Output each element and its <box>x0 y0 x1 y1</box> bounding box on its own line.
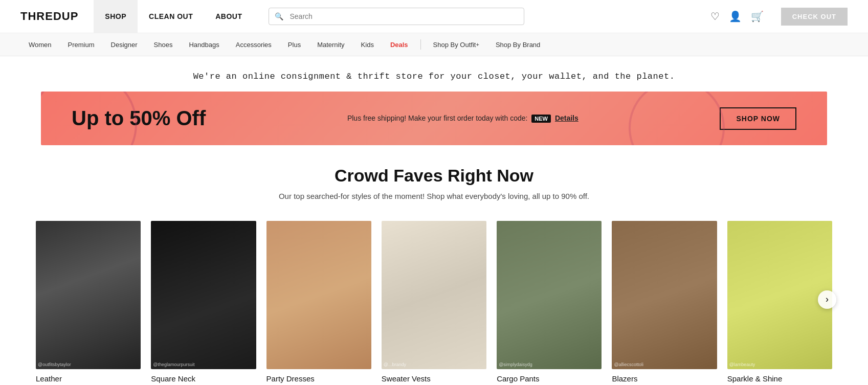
product-label: Blazers <box>612 374 717 385</box>
product-section: @outfitsbytaylorLeather@theglamourpursui… <box>0 211 868 385</box>
crowd-faves-heading: Crowd Faves Right Now <box>41 166 827 186</box>
subnav-premium[interactable]: Premium <box>60 33 103 56</box>
product-image <box>266 221 371 369</box>
banner-cta: SHOP NOW <box>720 107 796 130</box>
subnav-accessories[interactable]: Accessories <box>228 33 280 56</box>
product-item-cargo-pants[interactable]: @simplydaisydgCargo Pants <box>492 221 607 385</box>
account-icon[interactable]: 👤 <box>729 10 742 22</box>
subnav-deals[interactable]: Deals <box>382 33 416 56</box>
checkout-button[interactable]: CHECK OUT <box>781 8 848 26</box>
subnav-divider <box>420 39 421 50</box>
subnav-shop-brand[interactable]: Shop By Brand <box>487 33 548 56</box>
crowd-faves-section: Crowd Faves Right Now Our top searched-f… <box>0 145 868 211</box>
carousel-next-arrow[interactable]: › <box>818 290 836 309</box>
logo[interactable]: THREDUP <box>20 10 78 23</box>
product-label: Party Dresses <box>266 374 371 385</box>
subnav-handbags[interactable]: Handbags <box>181 33 227 56</box>
crowd-faves-subtext: Our top searched-for styles of the momen… <box>41 192 827 200</box>
product-image: @alliecscottoli <box>612 221 717 369</box>
product-image: @outfitsbytaylor <box>36 221 141 369</box>
nav-cleanout[interactable]: CLEAN OUT <box>138 0 204 33</box>
subnav-maternity[interactable]: Maternity <box>309 33 352 56</box>
search-input[interactable] <box>269 8 524 25</box>
subnav-shoes[interactable]: Shoes <box>146 33 181 56</box>
image-attribution: @lambeauty <box>729 362 755 367</box>
product-label: Sweater Vests <box>382 374 486 385</box>
promo-banner: Up to 50% Off Plus free shipping! Make y… <box>41 92 827 145</box>
product-label: Cargo Pants <box>497 374 602 385</box>
image-attribution: @theglamourpursuit <box>153 362 194 367</box>
image-attribution: @...brandy <box>384 362 406 367</box>
main-nav: SHOP CLEAN OUT ABOUT <box>94 0 253 33</box>
product-label: Leather <box>36 374 141 385</box>
details-link[interactable]: Details <box>555 114 578 122</box>
wishlist-icon[interactable]: ♡ <box>710 10 720 22</box>
image-attribution: @outfitsbytaylor <box>38 362 71 367</box>
sub-nav: Women Premium Designer Shoes Handbags Ac… <box>0 33 868 56</box>
product-image: @lambeauty <box>727 221 832 369</box>
header-icons: ♡ 👤 🛒 CHECK OUT <box>710 8 848 26</box>
product-item-leather[interactable]: @outfitsbytaylorLeather <box>31 221 146 385</box>
product-item-blazers[interactable]: @alliecscottoliBlazers <box>607 221 722 385</box>
subnav-plus[interactable]: Plus <box>280 33 309 56</box>
product-grid: @outfitsbytaylorLeather@theglamourpursui… <box>0 211 868 385</box>
nav-shop[interactable]: SHOP <box>94 0 138 33</box>
nav-about[interactable]: ABOUT <box>204 0 253 33</box>
subnav-shop-outfit[interactable]: Shop By Outfit <box>425 33 487 56</box>
subnav-kids[interactable]: Kids <box>353 33 382 56</box>
image-attribution: @simplydaisydg <box>499 362 532 367</box>
promo-code: NEW <box>531 115 551 123</box>
image-attribution: @alliecscottoli <box>614 362 643 367</box>
product-label: Sparkle & Shine <box>727 374 832 385</box>
product-item-sweater-vests[interactable]: @...brandySweater Vests <box>376 221 492 385</box>
product-label: Square Neck <box>151 374 256 385</box>
banner-mid: Plus free shipping! Make your first orde… <box>347 114 578 123</box>
header: THREDUP SHOP CLEAN OUT ABOUT 🔍 ♡ 👤 🛒 CHE… <box>0 0 868 33</box>
subnav-women[interactable]: Women <box>20 33 60 56</box>
product-image: @...brandy <box>382 221 486 369</box>
search-icon: 🔍 <box>275 12 283 20</box>
tagline: We're an online consignment & thrift sto… <box>0 56 868 92</box>
product-image: @theglamourpursuit <box>151 221 256 369</box>
product-image: @simplydaisydg <box>497 221 602 369</box>
subnav-designer[interactable]: Designer <box>103 33 146 56</box>
banner-headline: Up to 50% Off <box>72 107 206 130</box>
product-item-party-dresses[interactable]: Party Dresses <box>261 221 376 385</box>
shop-now-button[interactable]: SHOP NOW <box>720 107 796 130</box>
cart-icon[interactable]: 🛒 <box>751 10 764 22</box>
search-bar: 🔍 <box>269 8 524 25</box>
product-item-square-neck[interactable]: @theglamourpursuitSquare Neck <box>146 221 261 385</box>
